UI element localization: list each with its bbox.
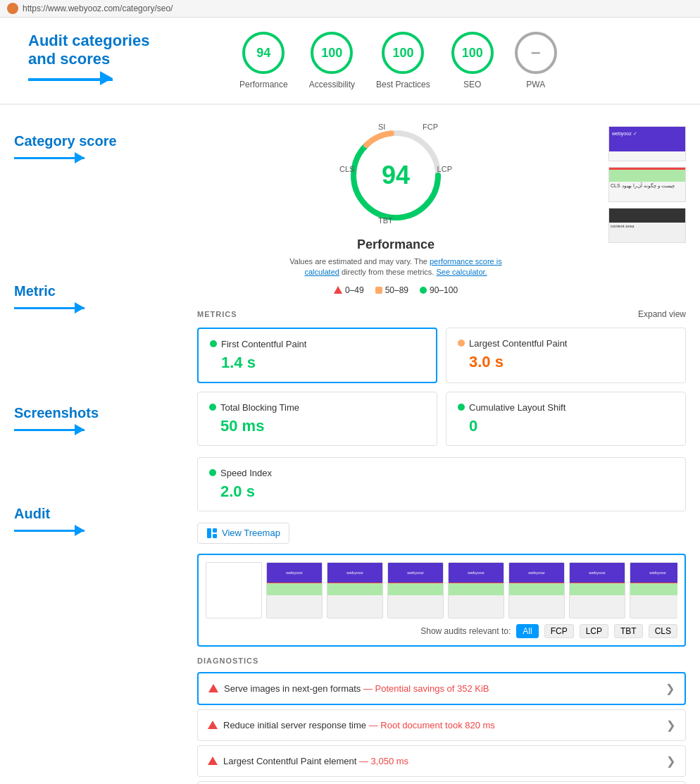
filter-btn-tbt[interactable]: TBT — [614, 624, 643, 638]
right-content: SI FCP LCP TBT CLS 94 Performance Values… — [197, 105, 700, 784]
score-circles: 94 Performance 100 Accessibility 100 Bes… — [239, 32, 557, 89]
audit-chevron-0: ❯ — [665, 682, 675, 695]
score-label-accessibility: Accessibility — [309, 80, 355, 89]
legend: 0–49 50–89 90–100 — [334, 285, 458, 295]
metric-value-si: 2.0 s — [220, 483, 674, 501]
calculator-link[interactable]: See calculator. — [436, 268, 487, 276]
gauge-labels: SI FCP LCP TBT CLS 94 — [339, 119, 452, 232]
audit-label-block: Audit — [0, 478, 197, 550]
score-item-accessibility: 100 Accessibility — [309, 32, 355, 89]
score-circle-best-practices: 100 — [382, 32, 424, 74]
audit-text-0: Serve images in next-gen formats — Poten… — [224, 683, 489, 694]
score-item-seo: 100 SEO — [451, 32, 494, 89]
scores-label-title: Audit categories and scores — [28, 32, 149, 69]
score-circle-performance: 94 — [242, 32, 285, 74]
audit-title: Audit — [14, 506, 183, 522]
audit-item-3[interactable]: Eliminate render-blocking resources — Po… — [197, 781, 686, 784]
metric-card-lcp: Largest Contentful Paint 3.0 s — [446, 328, 686, 383]
metric-value-cls: 0 — [469, 417, 674, 435]
filter-label: Show audits relevant to: — [420, 626, 511, 636]
metric-card-tbt: Total Blocking Time 50 ms — [197, 392, 437, 446]
legend-item-red: 0–49 — [334, 285, 364, 295]
filmstrip-filter: Show audits relevant to: All FCP LCP TBT… — [206, 624, 677, 638]
top-bar: https://www.webyooz.com/category/seo/ — [0, 0, 700, 18]
film-frame-4: webyooz — [448, 562, 504, 618]
metric-name-cls: Cumulative Layout Shift — [458, 402, 674, 413]
score-item-performance: 94 Performance — [239, 32, 288, 89]
metric-title: Metric — [14, 283, 183, 299]
legend-square-icon — [375, 287, 382, 294]
legend-circle-icon — [420, 287, 427, 294]
filter-btn-fcp[interactable]: FCP — [544, 624, 574, 638]
diagnostics-title: DIAGNOSTICS — [197, 657, 686, 665]
audit-text-2: Largest Contentful Paint element — 3,050… — [223, 756, 408, 766]
view-treemap-button[interactable]: View Treemap — [197, 523, 289, 544]
metric-dot-fcp — [210, 340, 217, 347]
metric-label-block: Metric — [0, 276, 197, 370]
metric-dot-lcp — [458, 340, 465, 347]
metric-card-fcp: First Contentful Paint 1.4 s — [197, 328, 437, 383]
scores-label-area: Audit categories and scores — [28, 32, 225, 86]
metrics-grid: First Contentful Paint 1.4 s Largest Con… — [197, 328, 686, 446]
filmstrip: webyooz webyooz webyooz webyooz — [206, 562, 677, 618]
film-frame-5: webyooz — [508, 562, 565, 618]
audit-warning-icon-2 — [208, 757, 218, 765]
audit-item-0[interactable]: Serve images in next-gen formats — Poten… — [197, 672, 686, 705]
audit-warning-icon-0 — [208, 684, 218, 692]
filmstrip-container: webyooz webyooz webyooz webyooz — [197, 554, 686, 647]
audit-item-2[interactable]: Largest Contentful Paint element — 3,050… — [197, 745, 686, 777]
metric-dot-tbt — [209, 404, 216, 411]
film-frame-7: webyooz — [630, 562, 677, 618]
expand-view-button[interactable]: Expand view — [638, 309, 686, 319]
category-score-arrow — [14, 154, 85, 163]
score-label-seo: SEO — [463, 80, 481, 89]
screenshot-thumbnails: webyooz ✓ CLS چیست و چگونه آن را بهبود c… — [608, 126, 686, 243]
score-circle-accessibility: 100 — [311, 32, 353, 74]
score-circle-pwa: − — [515, 32, 557, 74]
metric-value-tbt: 50 ms — [220, 417, 425, 435]
score-item-best-practices: 100 Best Practices — [376, 32, 430, 89]
metrics-section: METRICS Expand view First Contentful Pai… — [197, 309, 686, 511]
score-circle-seo: 100 — [451, 32, 494, 74]
audit-warning-icon-1 — [208, 721, 218, 729]
gauge-score: 94 — [382, 161, 410, 190]
screenshots-arrow — [14, 425, 85, 435]
audit-item-1[interactable]: Reduce initial server response time — Ro… — [197, 709, 686, 741]
filter-btn-lcp[interactable]: LCP — [580, 624, 608, 638]
screenshot-thumb-2: CLS چیست و چگونه آن را بهبود — [608, 167, 686, 202]
gauge-label-fcp: FCP — [423, 123, 438, 131]
filter-btn-cls[interactable]: CLS — [649, 624, 677, 638]
favicon — [7, 3, 18, 14]
score-label-pwa: PWA — [526, 80, 545, 89]
legend-item-green: 90–100 — [420, 285, 458, 295]
metric-value-fcp: 1.4 s — [221, 354, 425, 372]
film-frame-2: webyooz — [327, 562, 383, 618]
scores-arrow — [28, 73, 113, 86]
legend-item-orange: 50–89 — [375, 285, 408, 295]
metrics-section-title: METRICS — [197, 310, 237, 318]
metric-value-lcp: 3.0 s — [469, 353, 674, 371]
audit-chevron-2: ❯ — [666, 754, 675, 768]
category-score-label-block: Category score — [0, 105, 197, 276]
svg-rect-5 — [213, 534, 217, 538]
audit-savings-0: — Potential savings of 352 KiB — [363, 683, 489, 694]
main-area: Category score Metric Screenshots Audit — [0, 105, 700, 784]
gauge-section: SI FCP LCP TBT CLS 94 Performance Values… — [197, 119, 686, 295]
legend-triangle-icon — [334, 286, 342, 294]
film-frame-3: webyooz — [387, 562, 444, 618]
metric-arrow — [14, 304, 85, 313]
scores-section: Audit categories and scores 94 Performan… — [0, 18, 700, 104]
gauge-label-lcp: LCP — [437, 165, 452, 173]
filter-btn-all[interactable]: All — [516, 624, 538, 638]
score-label-best-practices: Best Practices — [376, 80, 430, 89]
film-frame-1: webyooz — [266, 562, 323, 618]
gauge-label-si: SI — [378, 123, 385, 131]
audit-text-1: Reduce initial server response time — Ro… — [223, 720, 495, 730]
audit-savings-1: — Root document took 820 ms — [369, 720, 495, 730]
metric-dot-si — [209, 469, 216, 476]
score-item-pwa: − PWA — [515, 32, 557, 89]
audit-savings-2: — 3,050 ms — [359, 756, 408, 766]
metric-card-si: Speed Index 2.0 s — [197, 457, 686, 511]
metric-name-lcp: Largest Contentful Paint — [458, 338, 674, 349]
gauge-label-cls: CLS — [339, 165, 354, 173]
